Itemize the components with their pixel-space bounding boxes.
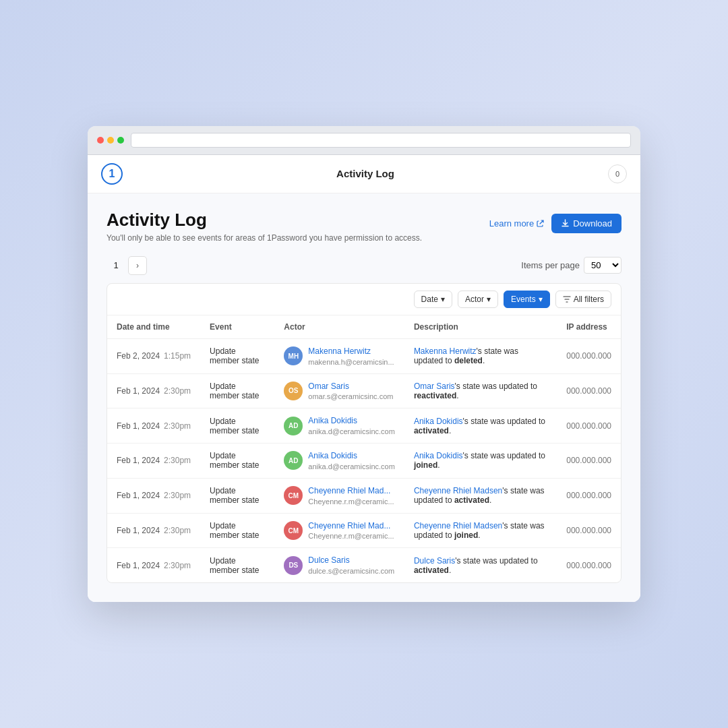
desc-actor-link-4[interactable]: Cheyenne Rhiel Madsen	[414, 486, 502, 495]
main-content: Activity Log You'll only be able to see …	[88, 193, 640, 603]
cell-ip-2: 000.000.000	[557, 408, 621, 444]
learn-more-button[interactable]: Learn more	[489, 218, 545, 229]
pagination: 1 ›	[107, 256, 147, 275]
avatar-1: OS	[284, 382, 303, 400]
avatar-5: CM	[284, 521, 303, 540]
actor-info-2: Anika Dokidis anika.d@ceramicsinc.com	[308, 415, 395, 436]
items-per-page-select[interactable]: 50 25 100	[584, 257, 621, 274]
desc-actor-link-3[interactable]: Anika Dokidis	[414, 451, 463, 460]
date-6: Feb 1, 2024	[117, 561, 160, 570]
col-actor: Actor	[274, 315, 404, 339]
cell-datetime-1: Feb 1, 2024 2:30pm	[107, 373, 200, 408]
date-1: Feb 1, 2024	[117, 386, 160, 396]
table-row: Feb 2, 2024 1:15pm Update member state M…	[107, 338, 621, 373]
col-datetime: Date and time	[107, 315, 200, 339]
cell-actor-1: OS Omar Saris omar.s@ceramicsinc.com	[274, 373, 404, 408]
desc-action-2: activated	[414, 426, 449, 435]
actor-name-0[interactable]: Makenna Herwitz	[308, 346, 394, 357]
table-container: Date ▾ Actor ▾ Events ▾	[107, 283, 621, 584]
date-4: Feb 1, 2024	[117, 491, 160, 500]
page-title: Activity Log	[107, 210, 422, 231]
url-bar[interactable]	[131, 133, 631, 148]
page-subtitle: You'll only be able to see events for ar…	[107, 233, 422, 243]
cell-actor-6: DS Dulce Saris dulce.s@ceramicsinc.com	[274, 548, 404, 582]
actor-email-0: makenna.h@ceramicsin...	[308, 358, 394, 366]
maximize-dot	[117, 137, 124, 144]
actor-email-4: Cheyenne.r.m@ceramic...	[308, 497, 394, 506]
cell-actor-4: CM Cheyenne Rhiel Mad... Cheyenne.r.m@ce…	[274, 478, 404, 513]
close-dot	[97, 137, 104, 144]
table-row: Feb 1, 2024 2:30pm Update member state A…	[107, 408, 621, 444]
notification-button[interactable]: 0	[608, 164, 627, 183]
desc-actor-link-0[interactable]: Makenna Herwitz	[414, 346, 477, 356]
events-filter-button[interactable]: Events ▾	[504, 291, 550, 308]
actor-name-1[interactable]: Omar Saris	[308, 381, 393, 392]
actor-email-2: anika.d@ceramicsinc.com	[308, 427, 395, 435]
desc-actor-link-1[interactable]: Omar Saris	[414, 382, 455, 391]
avatar-0: MH	[284, 346, 303, 365]
actor-filter-label: Actor	[465, 295, 484, 304]
time-6: 2:30pm	[164, 561, 191, 570]
download-icon	[561, 219, 570, 228]
desc-actor-link-2[interactable]: Anika Dokidis	[414, 417, 463, 426]
cell-ip-1: 000.000.000	[557, 373, 621, 408]
table-header-row: Date and time Event Actor Description IP…	[107, 315, 621, 339]
cell-desc-3: Anika Dokidis's state was updated to joi…	[404, 444, 557, 479]
desc-actor-link-5[interactable]: Cheyenne Rhiel Madsen	[414, 521, 502, 530]
time-4: 2:30pm	[164, 491, 191, 500]
pagination-row: 1 › Items per page 50 25 100	[107, 256, 621, 275]
table-row: Feb 1, 2024 2:30pm Update member state O…	[107, 373, 621, 408]
date-filter-button[interactable]: Date ▾	[414, 291, 452, 308]
desc-action-6: activated	[414, 566, 449, 575]
cell-event-6: Update member state	[200, 548, 274, 582]
cell-event-0: Update member state	[200, 338, 274, 373]
actor-email-6: dulce.s@ceramicsinc.com	[308, 567, 394, 575]
cell-actor-5: CM Cheyenne Rhiel Mad... Cheyenne.r.m@ce…	[274, 513, 404, 548]
avatar-3: AD	[284, 451, 303, 470]
actor-filter-button[interactable]: Actor ▾	[458, 291, 498, 308]
actor-name-4[interactable]: Cheyenne Rhiel Mad...	[308, 485, 394, 497]
browser-window: 1 Activity Log 0 Activity Log You'll onl…	[88, 126, 640, 603]
app-header: 1 Activity Log 0	[88, 155, 640, 193]
cell-desc-0: Makenna Herwitz's state was updated to d…	[404, 338, 557, 373]
actor-name-3[interactable]: Anika Dokidis	[308, 450, 395, 462]
cell-datetime-2: Feb 1, 2024 2:30pm	[107, 408, 200, 444]
actor-info-0: Makenna Herwitz makenna.h@ceramicsin...	[308, 346, 394, 367]
cell-event-3: Update member state	[200, 444, 274, 479]
cell-ip-4: 000.000.000	[557, 478, 621, 513]
actor-chevron-icon: ▾	[487, 295, 491, 304]
cell-desc-6: Dulce Saris's state was updated to activ…	[404, 548, 557, 582]
download-button[interactable]: Download	[551, 214, 621, 233]
cell-desc-1: Omar Saris's state was updated to reacti…	[404, 373, 557, 408]
cell-desc-5: Cheyenne Rhiel Madsen's state was update…	[404, 513, 557, 548]
desc-actor-link-6[interactable]: Dulce Saris	[414, 556, 455, 566]
cell-event-5: Update member state	[200, 513, 274, 548]
browser-chrome	[88, 126, 640, 155]
actor-name-2[interactable]: Anika Dokidis	[308, 415, 395, 427]
actor-email-3: anika.d@ceramicsinc.com	[308, 462, 395, 471]
time-5: 2:30pm	[164, 526, 191, 535]
col-ip: IP address	[557, 315, 621, 339]
current-page: 1	[107, 256, 125, 275]
items-per-page: Items per page 50 25 100	[521, 257, 621, 274]
cell-actor-2: AD Anika Dokidis anika.d@ceramicsinc.com	[274, 408, 404, 444]
header-right: 0	[608, 164, 627, 183]
table-row: Feb 1, 2024 2:30pm Update member state C…	[107, 513, 621, 548]
actor-email-1: omar.s@ceramicsinc.com	[308, 392, 393, 400]
avatar-4: CM	[284, 486, 303, 505]
all-filters-button[interactable]: All filters	[555, 291, 611, 308]
cell-datetime-6: Feb 1, 2024 2:30pm	[107, 548, 200, 582]
next-page-button[interactable]: ›	[128, 256, 147, 275]
app-header-title: Activity Log	[336, 168, 394, 179]
activity-table: Date and time Event Actor Description IP…	[107, 315, 621, 583]
external-link-icon	[537, 219, 545, 227]
date-filter-label: Date	[421, 295, 438, 304]
time-2: 2:30pm	[164, 421, 191, 431]
desc-action-0: deleted	[454, 356, 483, 365]
actor-name-6[interactable]: Dulce Saris	[308, 555, 394, 566]
actor-info-3: Anika Dokidis anika.d@ceramicsinc.com	[308, 450, 395, 471]
date-3: Feb 1, 2024	[117, 456, 160, 465]
page-title-area: Activity Log You'll only be able to see …	[107, 210, 422, 243]
cell-ip-3: 000.000.000	[557, 444, 621, 479]
actor-name-5[interactable]: Cheyenne Rhiel Mad...	[308, 520, 394, 532]
